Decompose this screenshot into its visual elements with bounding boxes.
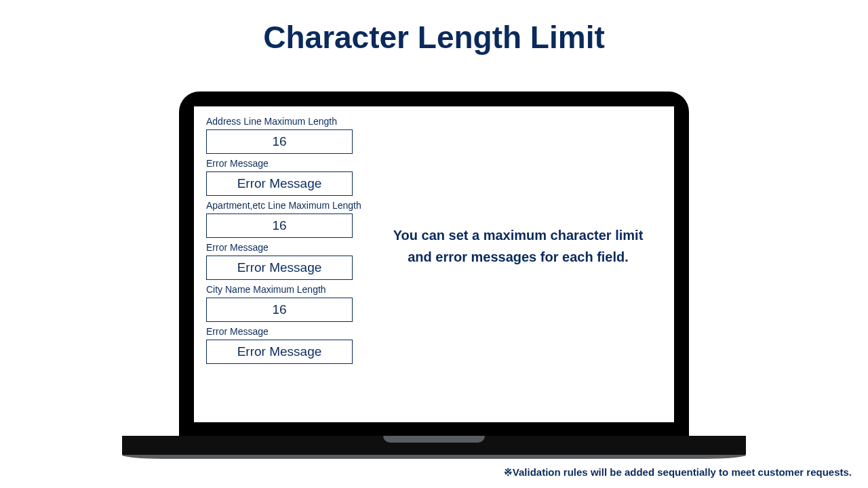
laptop-mockup: Address Line Maximum Length Error Messag… xyxy=(122,92,746,456)
footnote: ※Validation rules will be added sequenti… xyxy=(504,466,852,479)
description-text: You can set a maximum character limit an… xyxy=(393,224,644,268)
description-line-1: You can set a maximum character limit xyxy=(393,228,644,243)
address-max-label: Address Line Maximum Length xyxy=(206,116,374,127)
city-max-label: City Name Maximum Length xyxy=(206,284,374,295)
apartment-max-label: Apartment,etc Line Maximum Length xyxy=(206,200,374,211)
description-line-2: and error messages for each field. xyxy=(408,249,629,264)
laptop-base xyxy=(122,436,746,456)
apartment-error-input[interactable] xyxy=(206,256,353,280)
city-max-input[interactable] xyxy=(206,298,353,322)
apartment-max-input[interactable] xyxy=(206,214,353,238)
apartment-error-label: Error Message xyxy=(206,242,374,253)
laptop-screen: Address Line Maximum Length Error Messag… xyxy=(194,106,674,422)
address-error-label: Error Message xyxy=(206,158,374,169)
city-error-input[interactable] xyxy=(206,340,353,364)
address-max-input[interactable] xyxy=(206,129,353,154)
address-error-input[interactable] xyxy=(206,171,353,196)
city-error-label: Error Message xyxy=(206,326,374,337)
description-panel: You can set a maximum character limit an… xyxy=(374,116,662,413)
page-title: Character Length Limit xyxy=(0,19,868,56)
form-panel: Address Line Maximum Length Error Messag… xyxy=(206,116,374,413)
laptop-bezel: Address Line Maximum Length Error Messag… xyxy=(179,92,689,436)
